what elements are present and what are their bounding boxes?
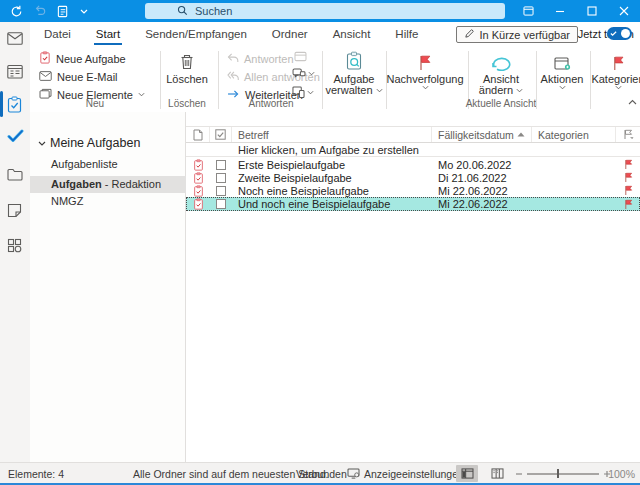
status-bar: Elemente: 4 Alle Ordner sind auf dem neu… <box>0 462 640 483</box>
column-complete[interactable] <box>210 127 232 142</box>
reply-all-icon <box>227 71 239 83</box>
chevron-down-icon <box>308 71 315 76</box>
column-faelligkeitsdatum[interactable]: Fälligkeitsdatum <box>432 127 532 142</box>
customize-toolbar-chevron-icon[interactable] <box>80 9 88 14</box>
chevron-down-icon <box>38 141 46 146</box>
send-receive-icon[interactable] <box>57 5 69 18</box>
quick-access-toolbar <box>10 0 88 22</box>
delete-button[interactable]: Löschen <box>158 49 216 97</box>
folder-item-aufgaben-redaktion[interactable]: Aufgaben - Redaktion NMGZ <box>30 176 186 193</box>
actions-icon <box>554 49 571 71</box>
tab-datei[interactable]: Datei <box>42 24 73 45</box>
new-task-button[interactable]: Neue Aufgabe <box>36 49 129 68</box>
zoom-slider-thumb[interactable] <box>557 469 559 478</box>
meeting-button <box>294 51 307 62</box>
task-checkbox[interactable] <box>210 197 232 211</box>
folder-item-aufgabenliste[interactable]: Aufgabenliste <box>30 156 186 173</box>
checkbox-checked-icon <box>215 129 226 140</box>
notes-icon[interactable] <box>7 203 23 219</box>
try-now-toggle[interactable] <box>607 27 632 40</box>
display-settings-button[interactable]: Anzeigeeinstellungen <box>347 463 464 484</box>
reading-view-button[interactable] <box>486 465 508 482</box>
new-task-row[interactable]: Hier klicken, um Aufgabe zu erstellen <box>186 143 640 157</box>
task-checkbox[interactable] <box>210 158 232 171</box>
column-kategorien[interactable]: Kategorien <box>532 127 616 142</box>
navigation-rail <box>0 22 30 462</box>
task-row[interactable]: Noch eine Beispielaufgabe Mi 22.06.2022 <box>186 184 640 197</box>
folder-icon[interactable] <box>7 168 23 184</box>
sync-icon[interactable] <box>10 5 23 18</box>
task-row-selected[interactable]: Und noch eine Beispielaufgabe Mi 22.06.2… <box>186 197 640 211</box>
follow-up-button[interactable]: Nachverfolgung <box>386 49 464 97</box>
task-checkbox[interactable] <box>210 184 232 197</box>
change-view-icon <box>490 49 512 71</box>
collapse-ribbon-button[interactable] <box>628 95 637 107</box>
new-email-button[interactable]: Neue E-Mail <box>36 67 121 86</box>
chevron-down-icon <box>615 85 622 90</box>
task-subject: Erste Beispielaufgabe <box>232 158 432 171</box>
document-icon <box>193 129 203 141</box>
flag-icon[interactable] <box>616 158 640 171</box>
flag-filter-icon <box>623 129 634 140</box>
task-due-date: Mi 22.06.2022 <box>432 197 532 211</box>
normal-view-button[interactable] <box>456 465 478 482</box>
task-clipboard-icon <box>186 184 210 197</box>
tab-hilfe[interactable]: Hilfe <box>393 24 420 45</box>
manage-task-icon <box>345 49 364 71</box>
active-module-indicator <box>0 91 3 117</box>
search-icon <box>177 5 188 18</box>
change-view-button[interactable]: Ansicht ändern <box>470 49 532 97</box>
column-betreff[interactable]: Betreff <box>232 127 432 142</box>
zoom-level[interactable]: 100% <box>608 463 635 484</box>
calendar-icon[interactable] <box>7 64 23 80</box>
flag-icon <box>418 49 432 71</box>
tab-ansicht[interactable]: Ansicht <box>331 24 373 45</box>
task-subject: Zweite Beispielaufgabe <box>232 171 432 184</box>
actions-button[interactable]: Aktionen <box>538 49 586 97</box>
window-icon[interactable] <box>512 0 544 22</box>
outlook-window: Suchen Datei Start Senden/Empfangen Ordn… <box>0 0 640 485</box>
flag-icon[interactable] <box>616 184 640 197</box>
reply-icon <box>227 53 239 65</box>
chevron-down-icon <box>138 92 145 97</box>
more-respond-button[interactable] <box>292 86 314 98</box>
task-subject: Und noch eine Beispielaufgabe <box>232 197 432 211</box>
devices-icon <box>292 86 305 98</box>
folder-section-header[interactable]: Meine Aufgaben <box>38 136 140 150</box>
ribbon-tab-row: Datei Start Senden/Empfangen Ordner Ansi… <box>30 22 640 47</box>
apps-icon[interactable] <box>7 238 23 254</box>
zoom-slider-track[interactable] <box>527 473 599 475</box>
mail-icon[interactable] <box>7 32 23 48</box>
zoom-out-button[interactable] <box>515 463 523 484</box>
task-checkbox[interactable] <box>210 171 232 184</box>
flag-icon[interactable] <box>616 197 640 211</box>
manage-task-button[interactable]: Aufgabe verwalten <box>324 49 384 97</box>
tasks-icon[interactable] <box>7 96 23 112</box>
task-row[interactable]: Zweite Beispielaufgabe Di 21.06.2022 <box>186 171 640 184</box>
task-clipboard-icon <box>186 197 210 211</box>
task-row[interactable]: Erste Beispielaufgabe Mo 20.06.2022 <box>186 158 640 171</box>
coming-soon-button[interactable]: In Kürze verfügbar <box>456 26 579 43</box>
group-label-loeschen: Löschen <box>158 98 216 109</box>
group-label-aktuelle-ansicht: Aktuelle Ansicht <box>448 98 554 109</box>
pencil-icon <box>464 28 475 41</box>
column-flag-filter[interactable] <box>616 127 640 142</box>
categories-button[interactable]: Kategorien <box>590 49 640 97</box>
maximize-button[interactable] <box>576 0 608 22</box>
todo-check-icon[interactable] <box>7 129 23 145</box>
group-label-neu: Neu <box>36 98 154 109</box>
im-reply-button[interactable] <box>292 68 315 79</box>
list-header-row: Betreff Fälligkeitsdatum Kategorien <box>186 126 640 143</box>
tab-senden-empfangen[interactable]: Senden/Empfangen <box>143 24 249 45</box>
undo-icon[interactable] <box>34 5 46 17</box>
search-placeholder: Suchen <box>195 5 232 17</box>
flag-icon[interactable] <box>616 171 640 184</box>
minimize-button[interactable] <box>544 0 576 22</box>
close-button[interactable] <box>608 0 640 22</box>
task-due-date: Mi 22.06.2022 <box>432 184 532 197</box>
column-icon[interactable] <box>186 127 210 142</box>
chevron-down-icon <box>559 85 566 90</box>
tab-start[interactable]: Start <box>94 24 122 45</box>
search-input[interactable]: Suchen <box>145 3 505 19</box>
tab-ordner[interactable]: Ordner <box>270 24 310 45</box>
